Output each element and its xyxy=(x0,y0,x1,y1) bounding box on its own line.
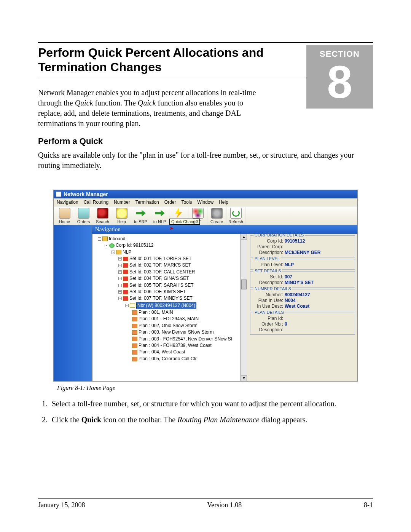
tree-plan[interactable]: Plan : 003, New Denver SNow Storm xyxy=(139,329,213,335)
window-titlebar: Network Manager xyxy=(54,190,357,198)
expander-icon[interactable]: + xyxy=(118,290,122,294)
tree-set[interactable]: Set Id: 003 TOF, CALL CENTER xyxy=(129,269,195,275)
intro-quick-2: Quick xyxy=(138,99,156,107)
tree-scrollbar[interactable]: ▲ ▼ xyxy=(241,234,247,381)
menu-navigation[interactable]: Navigation xyxy=(57,200,78,205)
tree-plan[interactable]: Plan : 001 - FOL29458, MAIN xyxy=(139,316,199,322)
toolbar: Home Orders Search Help to SRP to NLP Qu… xyxy=(54,206,357,225)
set-icon xyxy=(123,296,128,301)
tree-plan[interactable]: Plan : 001, MAIN xyxy=(139,309,173,316)
plan-icon xyxy=(132,350,137,355)
expander-icon[interactable]: - xyxy=(118,297,122,300)
tree-plan[interactable]: Plan : 004, West Coast xyxy=(139,349,185,355)
plan-icon xyxy=(132,337,137,341)
step-2-bold: Quick xyxy=(81,415,101,424)
group-title: CORPORATION DETAILS xyxy=(253,234,305,237)
tool-create[interactable]: Create xyxy=(207,207,226,225)
section-box: SECTION 8 xyxy=(306,45,373,109)
tool-ict[interactable]: ICT xyxy=(188,207,207,225)
tree-corp[interactable]: Corp Id: 99105112 xyxy=(116,242,153,249)
expander-icon[interactable]: + xyxy=(118,257,122,260)
tree-plan[interactable]: Plan : 003 - FOH92547, New Denver SNow S… xyxy=(139,336,232,342)
in-use-desc-value: West Coast xyxy=(285,304,309,309)
expander-icon[interactable]: - xyxy=(98,237,101,241)
plan-icon xyxy=(132,310,137,315)
menu-order[interactable]: Order xyxy=(164,200,176,205)
plan-details-group: PLAN DETAILS Plan Id: Order Nbr:0 Descri… xyxy=(250,313,355,335)
nlp-icon xyxy=(116,250,121,254)
tree-inbound[interactable]: Inbound xyxy=(109,236,125,242)
corporation-details-group: CORPORATION DETAILS Corp Id:99105112 Par… xyxy=(250,235,355,257)
orders-icon xyxy=(78,208,89,219)
plan-in-use-value: N004 xyxy=(285,298,296,303)
step-2-text-b: icon on the toolbar. The xyxy=(101,415,177,424)
intro-text-b: function. The xyxy=(93,99,137,107)
menu-tools[interactable]: Tools xyxy=(181,200,192,205)
step-2-italic: Routing Plan Maintenance xyxy=(177,415,260,424)
set-icon xyxy=(123,276,128,281)
scroll-up-icon[interactable]: ▲ xyxy=(241,234,247,240)
set-icon xyxy=(123,290,128,294)
menu-termination[interactable]: Termination xyxy=(135,200,159,205)
number-icon xyxy=(130,303,135,308)
step-2-text-a: Click the xyxy=(52,415,81,424)
tree-plan[interactable]: Plan : 002, Ohio Snow Storm xyxy=(139,323,198,329)
search-icon xyxy=(97,208,108,219)
tree-plan[interactable]: Plan : 005, Colorado Call Ctr xyxy=(139,356,197,362)
tree-nlp[interactable]: NLP xyxy=(123,249,131,256)
set-icon xyxy=(123,283,128,288)
body-paragraph: Quicks are available only for the "plan … xyxy=(38,150,373,171)
tool-help-label: Help xyxy=(117,219,126,224)
steps-list: Select a toll-free number, set, or struc… xyxy=(38,398,373,430)
step-1-text: Select a toll-free number, set, or struc… xyxy=(52,399,336,408)
tool-search[interactable]: Search xyxy=(93,207,112,225)
tree-set[interactable]: Set Id: 001 TOF, LORIE'S SET xyxy=(129,256,191,262)
quick-icon xyxy=(173,208,185,219)
tree-set[interactable]: Set Id: 004 TOF, GINA'S SET xyxy=(129,275,189,282)
footer-page-number: 8-1 xyxy=(364,501,373,509)
navigation-tree[interactable]: -Inbound -Corp Id: 99105112 -NLP +Set Id… xyxy=(92,234,241,381)
menu-call-routing[interactable]: Call Routing xyxy=(84,200,108,205)
tree-set[interactable]: Set Id: 006 TOF, KIM'S SET xyxy=(129,289,186,295)
expander-icon[interactable]: - xyxy=(105,244,108,247)
tool-refresh[interactable]: Refresh xyxy=(226,207,245,225)
page-footer: January 15, 2008 Version 1.08 8-1 xyxy=(38,498,373,509)
expander-icon[interactable]: - xyxy=(112,251,115,254)
tree-set[interactable]: Set Id: 007 TOF, MINDY'S SET xyxy=(129,295,193,302)
tree-set[interactable]: Set Id: 005 TOF, SARAH'S SET xyxy=(129,282,194,289)
tool-orders-label: Orders xyxy=(77,219,90,224)
step-2-text-c: dialog appears. xyxy=(260,415,307,424)
plan-in-use-label: Plan In Use: xyxy=(253,298,285,303)
corp-desc-value: MCI/JENNY GER xyxy=(285,250,320,255)
menu-help[interactable]: Help xyxy=(219,200,228,205)
tool-to-srp[interactable]: to SRP xyxy=(131,207,150,225)
order-nbr-label: Order Nbr: xyxy=(253,321,285,327)
tool-orders[interactable]: Orders xyxy=(74,207,93,225)
tool-to-nlp[interactable]: to NLP xyxy=(150,207,169,225)
expander-icon[interactable]: + xyxy=(118,264,122,267)
expander-icon[interactable]: - xyxy=(125,304,129,307)
scroll-down-icon[interactable]: ▼ xyxy=(241,375,247,381)
expander-icon[interactable]: + xyxy=(118,270,122,274)
section-number: 8 xyxy=(313,59,366,105)
tree-plan[interactable]: Plan : 004 - FOH93739, West Coast xyxy=(139,342,212,349)
tree-selected-number[interactable]: Nbr (W) 8002494127 (N004) xyxy=(136,302,196,309)
expander-icon[interactable]: + xyxy=(118,284,122,287)
expander-icon[interactable]: + xyxy=(118,277,122,280)
set-id-value: 007 xyxy=(285,274,292,280)
tool-nlp-label: to NLP xyxy=(153,219,166,224)
tool-help[interactable]: Help xyxy=(112,207,131,225)
tree-set[interactable]: Set Id: 002 TOF, MARK'S SET xyxy=(129,262,191,268)
plan-icon xyxy=(132,317,137,321)
world-icon xyxy=(109,243,115,248)
menu-window[interactable]: Window xyxy=(198,200,214,205)
arrow-icon xyxy=(154,208,166,219)
tool-home[interactable]: Home xyxy=(55,207,74,225)
number-value: 8002494127 xyxy=(285,292,310,297)
screenshot-network-manager: Network Manager Navigation Call Routing … xyxy=(53,190,358,382)
tool-home-label: Home xyxy=(59,219,70,224)
menu-number[interactable]: Number xyxy=(114,200,130,205)
scroll-thumb[interactable] xyxy=(241,280,247,289)
tool-quick[interactable]: Quick ➤ Quick Change xyxy=(169,207,188,225)
plan-icon xyxy=(132,343,137,348)
